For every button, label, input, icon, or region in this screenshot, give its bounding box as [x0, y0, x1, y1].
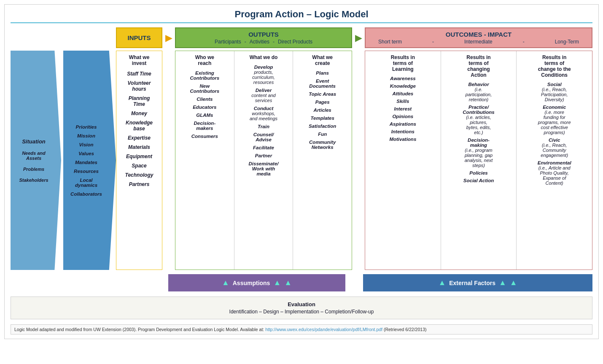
left-arrows-section: Situation Needs andAssets Problems Stake…	[11, 51, 116, 270]
outcome-civic: Civic (i.e., Reach,Communityengagement)	[541, 138, 568, 158]
priorities-wrapper: Priorities Mission Vision Values Mandate…	[63, 51, 116, 270]
product-topic-areas: Topic Areas	[309, 92, 336, 97]
footer-row: Logic Model adapted and modified from UW…	[11, 324, 592, 334]
situation-wrapper: Situation Needs andAssets Problems Stake…	[11, 51, 63, 270]
outcomes-label: OUTCOMES - IMPACT	[446, 31, 511, 38]
new-contributors: NewContributors	[190, 84, 220, 94]
inputs-item-2: Volunteerhours	[128, 80, 151, 92]
bottom-banners-row: ▲ Assumptions ▲ ▲ ▲ External Factors ▲ ▲	[11, 274, 592, 291]
priorities-item-2: Mission	[77, 133, 95, 138]
inputs-arrow-icon	[162, 27, 175, 48]
outcome-knowledge: Knowledge	[390, 84, 416, 89]
header-left-spacer	[11, 27, 116, 48]
product-pages: Pages	[315, 100, 330, 105]
product-community-networks: CommunityNetworks	[309, 140, 336, 150]
clients: Clients	[197, 97, 213, 102]
outputs-products-col: What wecreate Plans EventDocuments Topic…	[293, 51, 352, 270]
outcome-attitudes: Attitudes	[392, 91, 413, 96]
outcome-opinions: Opinions	[392, 114, 413, 119]
footer-text: Logic Model adapted and modified from UW…	[14, 327, 265, 332]
external-up-arrow-3: ▲	[510, 278, 517, 287]
inputs-item-3: PlanningTime	[129, 95, 150, 107]
evaluation-subtitle: Identification – Design – Implementation…	[13, 309, 590, 315]
priorities-arrow: Priorities Mission Vision Values Mandate…	[63, 51, 116, 270]
priorities-item-1: Priorities	[76, 124, 97, 129]
inputs-label: INPUTS	[127, 34, 151, 41]
inputs-item-9: Space	[132, 163, 146, 169]
logic-model: INPUTS OUTPUTS Participants - Activities…	[11, 27, 592, 334]
header-row: INPUTS OUTPUTS Participants - Activities…	[11, 27, 592, 48]
external-factors-banner: ▲ External Factors ▲ ▲	[363, 274, 592, 291]
product-event-docs: EventDocuments	[309, 78, 336, 89]
page-title: Program Action – Logic Model	[11, 9, 592, 23]
spacer-1	[162, 51, 175, 270]
inputs-item-11: Partners	[129, 181, 150, 187]
priorities-item-6: Resources	[74, 169, 99, 174]
inputs-item-5: Knowledgebase	[126, 120, 153, 132]
product-articles: Articles	[314, 108, 331, 113]
activity-counsel: Counsel/Advise	[253, 132, 274, 142]
outcomes-short-col: Results interms ofLearning Awareness Kno…	[365, 51, 441, 270]
outcome-social: Social (i.e., Reach,Participation,Divers…	[541, 82, 568, 102]
activity-deliver: Deliver content andservices	[251, 88, 276, 103]
situation-label: Situation	[22, 138, 46, 145]
inputs-item-6: Expertise	[128, 135, 151, 141]
inputs-item-10: Technology	[125, 172, 153, 178]
situation-item-2: Problems	[23, 167, 44, 172]
priorities-item-3: Vision	[79, 142, 93, 147]
product-satisfaction: Satisfaction	[309, 124, 336, 129]
outcomes-sub: Short term - Intermediate - Long-Term	[367, 39, 590, 45]
assumptions-label: Assumptions	[233, 280, 270, 286]
outcome-environmental: Environmental (i.e., Article andPhoto Qu…	[538, 160, 571, 186]
outputs-participants-col: Who wereach ExistingContributors NewCont…	[175, 51, 234, 270]
outcome-intentions: Intentions	[391, 129, 415, 134]
activity-conduct: Conduct workshops,and meetings	[250, 106, 277, 121]
activity-facilitate: Facilitate	[253, 145, 274, 150]
external-factors-label: External Factors	[449, 280, 495, 286]
footer-link[interactable]: http://www.uwex.edu/ces/pdande/evaluatio…	[265, 327, 382, 332]
outcome-awareness: Awareness	[390, 76, 416, 81]
outcome-social-action: Social Action	[463, 178, 494, 183]
inputs-item-1: Staff Time	[127, 71, 151, 77]
outcome-interest: Interest	[394, 106, 412, 111]
products-header: What wecreate	[312, 54, 333, 66]
decision-makers: Decision-makers	[194, 121, 215, 131]
header-outcomes: OUTCOMES - IMPACT Short term - Intermedi…	[365, 27, 592, 48]
external-up-arrow-1: ▲	[438, 278, 446, 287]
educators: Educators	[193, 105, 216, 110]
activity-partner: Partner	[255, 153, 272, 158]
outputs-arrow-icon	[352, 27, 365, 48]
consumers: Consumers	[191, 134, 218, 139]
inputs-item-8: Equipment	[126, 154, 152, 159]
participants-header: Who wereach	[195, 54, 214, 66]
existing-contributors: ExistingContributors	[190, 70, 220, 81]
outcome-decision-making: Decision-making (i.e., programplanning, …	[465, 138, 493, 168]
outcome-aspirations: Aspirations	[390, 121, 416, 127]
activity-train: Train	[258, 124, 269, 129]
outcome-motivations: Motivations	[389, 137, 416, 142]
longterm-header: Results interms ofchange to theCondition…	[538, 54, 571, 78]
situation-item-3: Stakeholders	[19, 178, 48, 183]
activity-develop: Develop products,curriculum,resources	[252, 65, 275, 85]
header-outputs: OUTPUTS Participants - Activities - Dire…	[175, 27, 352, 48]
intermediate-header: Results interms ofchangingAction	[466, 54, 490, 78]
outputs-sub: Participants - Activities - Direct Produ…	[215, 39, 312, 45]
priorities-item-4: Values	[78, 151, 94, 156]
outcome-economic: Economic (i.e. morefunding forprograms, …	[538, 105, 571, 135]
external-up-arrow-2: ▲	[499, 278, 506, 287]
outcome-policies: Policies	[469, 170, 487, 175]
product-templates: Templates	[310, 116, 334, 121]
priorities-item-7: Localdynamics	[75, 178, 97, 188]
product-plans: Plans	[316, 70, 329, 75]
situation-item-1: Needs andAssets	[22, 151, 46, 161]
outcome-practice: Practice/Contributions (i.e. articles,pi…	[463, 105, 494, 135]
short-term-header: Results interms ofLearning	[391, 54, 415, 72]
activities-header: What we do	[250, 54, 278, 60]
spacer-2	[352, 51, 365, 270]
priorities-item-8: Collaborators	[70, 191, 102, 197]
outcomes-intermediate-col: Results interms ofchangingAction Behavio…	[441, 51, 517, 270]
product-fun: Fun	[318, 132, 327, 137]
activity-disseminate: Disseminate/Work withmedia	[249, 161, 279, 176]
evaluation-row: Evaluation Identification – Design – Imp…	[11, 297, 592, 319]
outputs-section: Who wereach ExistingContributors NewCont…	[175, 51, 352, 270]
